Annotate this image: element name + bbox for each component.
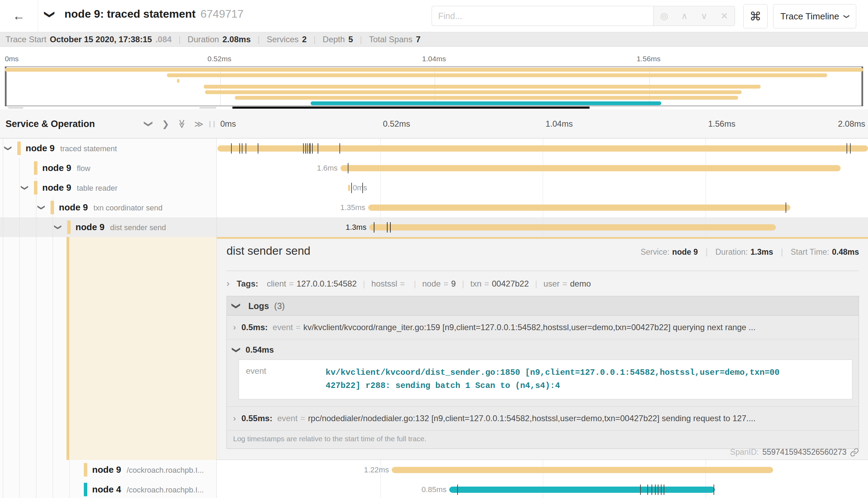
span-row[interactable]: ❯node 9txn coordinator send1.35ms [0,198,868,217]
prev-result-icon[interactable]: ∧ [681,11,688,21]
services-value: 2 [302,35,307,44]
span-detail-meta: Service:node 9 | Duration:1.3ms | Start … [640,247,859,257]
trace-collapse-caret-icon[interactable]: ❯ [44,10,56,19]
span-row[interactable]: node 9flow1.6ms [0,158,868,178]
column-resize-grip[interactable] [210,121,214,127]
tags-label: Tags: [237,279,258,288]
span-name[interactable]: node 4/cockroach.roachpb.I... [92,480,204,498]
span-service: node 9 [92,464,121,475]
span-name[interactable]: node 9traced statement [26,138,117,158]
span-service: node 9 [76,222,105,232]
span-duration-bar[interactable] [368,205,790,211]
span-row[interactable]: node 9/cockroach.roachpb.I...1.22ms [0,460,868,480]
expand-all-button[interactable]: ≫ [192,109,206,138]
chevron-down-icon: ❯ [843,14,850,19]
minimap-span-bar [235,96,738,100]
minimap-handle-mark[interactable] [200,107,216,109]
log-tick-mark [647,485,648,495]
find-input[interactable] [432,6,653,26]
log-entry-header[interactable]: ❯0.54ms [233,345,852,355]
span-name[interactable]: node 9flow [42,158,90,178]
log-field-key: event [277,414,298,423]
trace-view-selector[interactable]: Trace Timeline ❯ [773,4,856,28]
log-field-key: event [246,366,326,393]
span-operation: txn coordinator send [94,203,162,212]
span-duration-bar[interactable] [340,165,841,171]
back-button[interactable]: ← [0,0,38,32]
minimap-right-handle[interactable] [861,66,863,106]
minimap-scrubber[interactable] [232,107,590,109]
span-duration-bar[interactable] [218,145,868,152]
detail-divider [227,271,859,271]
collapse-all-button[interactable]: ≫ [175,109,189,138]
span-row[interactable]: node 4/cockroach.roachpb.I...0.85ms [0,480,868,498]
span-color-bar [84,483,87,496]
log-time: 0.5ms: [241,323,268,332]
tags-row[interactable]: › Tags: client=127.0.0.1:54582|hostssl=|… [227,276,859,291]
span-duration-label: 1.3ms [263,217,366,237]
span-toggle-chevron-icon[interactable]: ❯ [39,198,45,217]
span-row[interactable]: ❯node 9dist sender send1.3ms [0,217,868,237]
log-entry-row[interactable]: ›0.55ms:event=rpc/nodedialer/nodedialer.… [227,407,859,431]
trace-summary-bar: Trace Start October 15 2020, 17:38:15.08… [0,32,868,47]
logs-chevron-icon: ❯ [227,302,246,310]
span-name[interactable]: node 9txn coordinator send [59,198,162,217]
span-name[interactable]: node 9table reader [42,178,117,198]
log-chevron-icon: › [233,323,236,332]
logs-count: (3) [274,301,285,311]
log-tick-mark [348,163,348,173]
span-id-label: SpanID: [730,447,759,457]
clear-search-icon[interactable]: ✕ [720,11,728,21]
log-time: 0.55ms: [241,414,272,423]
span-toggle-chevron-icon[interactable]: ❯ [6,138,12,158]
log-tick-mark [387,222,388,233]
span-duration-label: 1.6ms [234,158,338,178]
minimap-left-handle[interactable] [5,66,7,106]
command-icon: ⌘ [750,9,761,23]
ruler-tick-label: 1.04ms [546,109,573,138]
collapse-one-button[interactable]: ❯ [142,109,156,138]
timeline-ruler: Service & Operation ❯❯≫≫ 0ms0.52ms1.04ms… [0,109,868,138]
span-duration-bar[interactable] [392,467,773,473]
logs-header[interactable]: ❯ Logs (3) [227,296,859,316]
page-header: ← ❯ node 9: traced statement6749717 ◎ ∧ … [0,0,868,32]
scope-icon[interactable]: ◎ [660,11,668,21]
link-icon[interactable] [850,448,859,457]
span-service: node 9 [42,163,71,173]
span-row[interactable]: ❯node 9table reader0ms [0,178,868,198]
log-entry-row[interactable]: ›0.5ms:event=kv/kvclient/kvcoord/range_i… [227,316,859,339]
log-tick-mark [850,143,851,154]
services-label: Services [267,35,299,44]
minimap-tick-label: 1.04ms [422,55,446,63]
span-name[interactable]: node 9dist sender send [76,217,166,237]
span-operation: flow [77,164,90,173]
service-meta-value: node 9 [672,247,698,256]
log-tick-mark [362,183,363,193]
tags-chevron-icon: › [227,278,230,289]
span-duration-bar[interactable] [348,185,350,191]
keyboard-shortcuts-button[interactable]: ⌘ [743,4,768,28]
log-tick-mark [305,143,306,154]
span-operation: table reader [77,184,117,192]
span-operation: /cockroach.roachpb.I... [127,486,204,494]
minimap-tick-label: 0ms [5,55,19,63]
log-tick-mark [390,222,391,233]
minimap-handle-mark[interactable] [8,107,23,109]
span-duration-bar[interactable] [449,487,715,493]
logs-note: Log timestamps are relative to the start… [227,431,859,449]
minimap-canvas[interactable] [5,66,863,106]
span-row[interactable]: ❯node 9traced statement [0,138,868,158]
log-tick-mark [309,143,310,154]
span-duration-bar[interactable] [369,224,776,230]
log-tick-mark [374,222,374,233]
span-name[interactable]: node 9/cockroach.roachpb.I... [92,460,204,480]
log-time: 0.54ms [246,345,274,354]
log-tick-mark [640,485,641,495]
span-toggle-chevron-icon[interactable]: ❯ [22,178,28,198]
minimap-span-bar [167,73,827,77]
span-toggle-chevron-icon[interactable]: ❯ [55,217,62,237]
expanded-span-accent-band [69,237,216,460]
minimap-span-bar [204,85,761,89]
next-result-icon[interactable]: ∨ [701,11,707,21]
log-tick-mark [655,485,656,495]
